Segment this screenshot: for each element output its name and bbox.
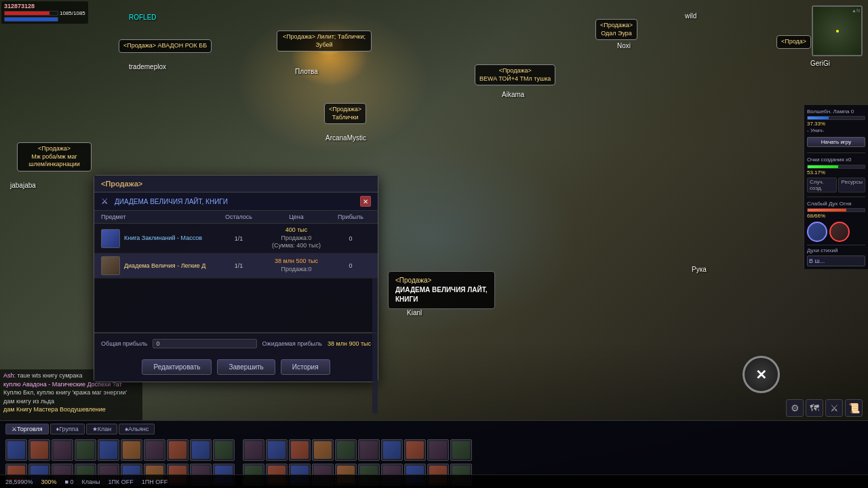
coords-label: 28,5990% bbox=[5, 479, 33, 485]
spirit-pct: 68/66% bbox=[807, 213, 865, 219]
player-name-aikama: Aikama bbox=[502, 91, 524, 98]
bottom-tabs: ⚔Торговля ♦Группа ★Клан ♠Альянс bbox=[0, 421, 868, 436]
start-game-button[interactable]: Начать игру bbox=[807, 137, 865, 147]
hotbar-slot-1-14[interactable] bbox=[312, 439, 334, 461]
progress-bar-1 bbox=[807, 116, 865, 120]
item-lamp-label: Волшебн. Лампа 0 bbox=[807, 108, 865, 115]
hotbar-slot-1-11[interactable] bbox=[243, 439, 264, 461]
col-item: Предмет bbox=[101, 214, 215, 220]
ability-icons-row bbox=[807, 222, 865, 242]
progress-pct-1: 37.33% bbox=[807, 121, 865, 127]
element-spirits-label: Духи стихий bbox=[807, 247, 865, 254]
pk-off-status: 1ПН OFF bbox=[142, 479, 167, 485]
side-info-panel: Волшебн. Лампа 0 37.33% - Унич- Начать и… bbox=[804, 105, 868, 269]
player-name-jabajaba: jabajaba bbox=[10, 182, 36, 189]
nav-icon-4[interactable]: 📜 bbox=[845, 399, 863, 417]
pk-count: ■ 0 bbox=[65, 479, 74, 485]
progress-bar-2 bbox=[807, 165, 865, 169]
trade-scrollbar[interactable] bbox=[372, 278, 378, 413]
hotbar-slot-1-7[interactable] bbox=[144, 439, 165, 461]
hotbar-slot-1-9[interactable] bbox=[190, 439, 212, 461]
hotbar-slot-1-15[interactable] bbox=[335, 439, 357, 461]
sword-icon: ⚔ bbox=[101, 197, 111, 206]
trade-item-row[interactable]: Книга Заклинаний - Массов 1/1 400 тыс Пр… bbox=[94, 224, 378, 253]
hotbar-slot-1-20[interactable] bbox=[450, 439, 472, 461]
status-bar: 28,5990% 300% ■ 0 Кланы 1ПК OFF 1ПН OFF bbox=[0, 474, 868, 488]
expected-label: Ожидаемая прибыль bbox=[262, 340, 322, 347]
hotbar-slot-1-8[interactable] bbox=[167, 439, 189, 461]
mp-bar-fill bbox=[5, 18, 58, 21]
trade-buttons: Редактировать Завершить История bbox=[94, 354, 378, 382]
nav-icon-1[interactable]: ⚙ bbox=[786, 399, 804, 417]
clan-status: Кланы bbox=[82, 479, 100, 485]
hotbar-slot-1-12[interactable] bbox=[266, 439, 288, 461]
trade-item-row-selected[interactable]: Диадема Величия - Легкие Д 1/1 38 млн 50… bbox=[94, 253, 378, 279]
trade-window: <Продажа> ⚔ ДИАДЕМА ВЕЛИЧИЯ ЛАЙТ, КНИГИ … bbox=[94, 175, 378, 382]
col-remaining: Осталось bbox=[215, 214, 262, 220]
sale-bubble-proda: <Прода> bbox=[776, 35, 811, 49]
ability-btn-1[interactable] bbox=[807, 222, 827, 242]
item-count-1: 1/1 bbox=[215, 235, 262, 242]
hotbar-slot-1-3[interactable] bbox=[52, 439, 73, 461]
player-name-wild: wild bbox=[685, 12, 696, 20]
hotbar-slot-1-5[interactable] bbox=[98, 439, 119, 461]
player-name-plotva: Плотва bbox=[295, 68, 318, 75]
sale-bubble-roba: <Продажа>Мж роба/мж маг шлем/инкарнации bbox=[17, 142, 92, 171]
resource-btn[interactable]: Ресурсы bbox=[838, 178, 865, 192]
history-button[interactable]: История bbox=[281, 359, 330, 375]
hotbar-slot-1-4[interactable] bbox=[75, 439, 96, 461]
item-tooltip: <Продажа> ДИАДЕМА ВЕЛИЧИЯ ЛАЙТ, КНИГИ bbox=[388, 271, 495, 309]
expected-value: 38 млн 900 тыс bbox=[328, 340, 371, 347]
hotbar-slot-1-1[interactable] bbox=[5, 439, 27, 461]
spirit-label: Слабый Дух Огня bbox=[807, 200, 865, 207]
item-count-2: 1/1 bbox=[215, 262, 262, 269]
spirits-in-game: В ш... bbox=[807, 256, 865, 266]
sp-label-btn[interactable]: Случ. созд. bbox=[807, 178, 837, 192]
zoom-value: 300% bbox=[41, 479, 57, 485]
total-profit-label: Общая прибыль bbox=[101, 340, 147, 347]
col-profit: Прибыль bbox=[330, 214, 371, 220]
hotbar-slot-1-13[interactable] bbox=[289, 439, 311, 461]
item-profit-2: 0 bbox=[330, 262, 371, 269]
player-name-arcanamystic: ArcanaMystic bbox=[326, 134, 366, 142]
item-icon-helmet bbox=[101, 256, 120, 275]
minimap-label: ▲N bbox=[852, 8, 860, 13]
chat-line-3: Куплю Бкл, куплю книгу 'кража маг энерги… bbox=[3, 388, 139, 397]
nav-icon-3[interactable]: ⚔ bbox=[825, 399, 843, 417]
hp-bar-outer bbox=[4, 11, 58, 16]
player-name-kianl: Kianl bbox=[407, 309, 422, 317]
trade-table-header: Предмет Осталось Цена Прибыль bbox=[94, 211, 378, 224]
hotbar-slot-1-10[interactable] bbox=[213, 439, 235, 461]
hotbar-slot-1-6[interactable] bbox=[121, 439, 142, 461]
player-name-trademeplox: trademeplox bbox=[129, 63, 166, 70]
hp-value: 1085/1085 bbox=[60, 10, 85, 16]
sale-bubble-bewa: <Продажа>BEWA ТОЙ+4 ТМл тушка bbox=[475, 64, 555, 85]
ability-btn-2[interactable] bbox=[829, 222, 850, 242]
hotbar-slot-1-2[interactable] bbox=[28, 439, 50, 461]
player-name-gerigi: GeriGi bbox=[810, 60, 830, 67]
tab-alliance[interactable]: ♠Альянс bbox=[119, 424, 155, 434]
item-name-cell: Книга Заклинаний - Массов bbox=[101, 229, 215, 248]
player-name-ruka: Рука bbox=[692, 266, 707, 273]
hotbar-slot-1-19[interactable] bbox=[427, 439, 449, 461]
nav-icon-2[interactable]: 🗺 bbox=[806, 399, 823, 417]
hotbar-slot-1-17[interactable] bbox=[381, 439, 403, 461]
close-button[interactable]: ✕ bbox=[360, 196, 371, 207]
sale-bubble-odal: <Продажа>Одал Эура bbox=[595, 19, 637, 40]
trade-window-title: <Продажа> bbox=[101, 180, 142, 188]
tab-trade[interactable]: ⚔Торговля bbox=[5, 424, 49, 434]
finish-button[interactable]: Завершить bbox=[217, 359, 275, 375]
mp-bar-outer bbox=[4, 17, 58, 22]
edit-button[interactable]: Редактировать bbox=[142, 359, 212, 375]
hotbar-slot-1-18[interactable] bbox=[404, 439, 426, 461]
hp-bar-fill bbox=[5, 12, 50, 15]
sale-bubble-lilit: <Продажа> Лилит; Таблички; Зубей bbox=[277, 30, 372, 52]
hotbar-slot-1-16[interactable] bbox=[358, 439, 380, 461]
main-close-button[interactable]: ✕ bbox=[743, 356, 780, 393]
chat-line-4: дам книгу из льда bbox=[3, 397, 139, 406]
progress-fill-1 bbox=[808, 117, 829, 119]
tab-group[interactable]: ♦Группа bbox=[50, 424, 85, 434]
close-circle-area: ✕ bbox=[743, 356, 780, 393]
tab-clan[interactable]: ★Клан bbox=[86, 424, 117, 434]
item-price-2: 38 млн 500 тыс Продажа:0 bbox=[262, 258, 330, 273]
